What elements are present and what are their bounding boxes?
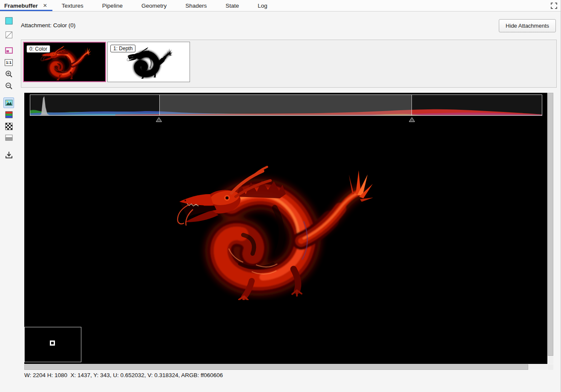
attachment-badge: 0: Color bbox=[26, 45, 50, 53]
one-to-one-icon: 1:1 bbox=[5, 59, 13, 66]
fullscreen-icon[interactable] bbox=[550, 2, 558, 9]
tab-bar: Framebuffer ✕ Textures Pipeline Geometry… bbox=[0, 0, 561, 11]
histogram-range-control[interactable] bbox=[30, 94, 542, 116]
alpha-checker-button[interactable] bbox=[3, 121, 14, 132]
histogram-handle-right[interactable] bbox=[409, 116, 415, 121]
tab-framebuffer[interactable]: Framebuffer ✕ bbox=[0, 0, 52, 11]
tab-shaders[interactable]: Shaders bbox=[176, 0, 216, 11]
no-background-icon bbox=[5, 31, 13, 39]
background-color-button[interactable] bbox=[3, 15, 14, 26]
attachment-thumbnail-color[interactable]: 0: Color bbox=[23, 42, 106, 82]
dragon-render bbox=[168, 157, 373, 300]
vertical-scrollbar-thumb[interactable] bbox=[548, 93, 553, 356]
image-display-icon bbox=[5, 99, 13, 107]
attachment-thumbnail-depth[interactable]: 1: Depth bbox=[107, 42, 190, 82]
attachments-strip: 0: Color 1: Depth bbox=[21, 40, 557, 88]
viewer-toolbar: 1:1 bbox=[0, 12, 18, 392]
horizontal-scrollbar-thumb[interactable] bbox=[24, 364, 528, 370]
fit-to-window-button[interactable] bbox=[3, 45, 14, 56]
save-image-button[interactable] bbox=[3, 149, 14, 160]
horizontal-scrollbar[interactable] bbox=[24, 364, 547, 370]
fit-window-icon bbox=[5, 46, 13, 55]
picked-pixel-marker bbox=[50, 340, 55, 346]
zoom-one-to-one-button[interactable]: 1:1 bbox=[3, 57, 14, 68]
zoom-in-icon bbox=[5, 70, 13, 78]
display-image-button[interactable] bbox=[3, 97, 14, 108]
split-view-icon bbox=[5, 134, 13, 142]
pixel-context-preview bbox=[24, 327, 81, 362]
checkerboard-icon bbox=[5, 122, 13, 131]
no-background-button[interactable] bbox=[3, 29, 14, 40]
hide-attachments-button[interactable]: Hide Attachments bbox=[499, 19, 556, 32]
framebuffer-viewer-window: Framebuffer ✕ Textures Pipeline Geometry… bbox=[0, 0, 561, 392]
histogram-handle-left[interactable] bbox=[156, 116, 162, 121]
zoom-in-button[interactable] bbox=[3, 69, 14, 79]
texture-viewport[interactable] bbox=[24, 93, 547, 364]
tab-log[interactable]: Log bbox=[248, 0, 277, 11]
zoom-out-button[interactable] bbox=[3, 80, 14, 91]
background-color-icon bbox=[5, 17, 13, 25]
vertical-scrollbar[interactable] bbox=[548, 93, 553, 364]
zoom-out-icon bbox=[5, 82, 13, 90]
attachment-badge: 1: Depth bbox=[110, 45, 135, 52]
pixel-status-text: W: 2204 H: 1080 X: 1437, Y: 343, U: 0.65… bbox=[24, 370, 223, 381]
tab-state[interactable]: State bbox=[216, 0, 248, 11]
tab-textures[interactable]: Textures bbox=[52, 0, 93, 11]
rgb-channels-icon bbox=[5, 111, 13, 119]
split-view-button[interactable] bbox=[3, 132, 14, 143]
histogram-handles-row bbox=[30, 116, 542, 122]
attachment-label: Attachment: Color (0) bbox=[21, 22, 75, 29]
tab-geometry[interactable]: Geometry bbox=[132, 0, 176, 11]
close-tab-icon[interactable]: ✕ bbox=[43, 3, 47, 9]
rgb-channels-button[interactable] bbox=[3, 109, 14, 120]
scrollbar-corner bbox=[548, 364, 553, 370]
tab-pipeline[interactable]: Pipeline bbox=[93, 0, 132, 11]
save-icon bbox=[5, 151, 13, 159]
tab-label: Framebuffer bbox=[4, 3, 38, 9]
histogram-selection[interactable] bbox=[159, 95, 412, 115]
